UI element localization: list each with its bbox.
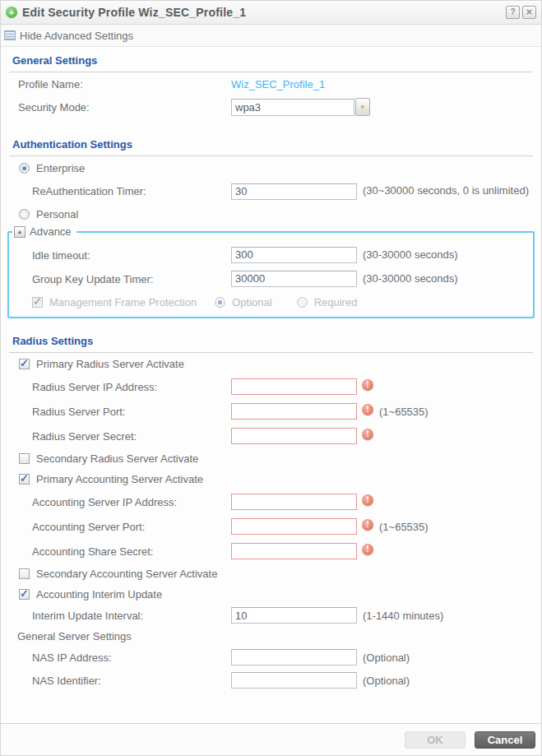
secondary-accounting-activate-row: Secondary Accounting Server Activate [1,564,541,584]
security-mode-selected-value: wpa3 [235,101,261,114]
enterprise-radio[interactable] [19,163,30,174]
idle-timeout-hint: (30-30000 seconds) [363,248,458,261]
personal-radio[interactable] [19,209,30,220]
hide-advanced-settings-label: Hide Advanced Settings [20,30,133,42]
personal-radio-row: Personal [1,202,541,225]
primary-radius-activate-row: Primary Radius Server Activate [1,353,541,374]
security-mode-select[interactable]: wpa3 ▼ [231,98,370,116]
group-key-timer-label: Group Key Update Timer: [32,272,153,285]
mfp-optional-radio [215,297,225,308]
group-key-timer-input[interactable] [231,271,357,287]
accounting-port-label: Accounting Server Port: [32,521,145,533]
enterprise-radio-row: Enterprise [1,156,541,179]
accounting-ip-input[interactable] [231,494,357,510]
dialog-footer: OK Cancel [1,723,541,755]
hide-advanced-settings-button[interactable]: Hide Advanced Settings [4,30,133,42]
accounting-interim-update-row: Accounting Interim Update [1,584,541,605]
mfp-optional-label: Optional [232,296,271,308]
management-frame-protection-label: Management Frame Protection [49,296,197,308]
primary-accounting-activate-checkbox[interactable] [19,474,30,485]
interim-update-interval-input[interactable] [231,607,357,624]
radius-port-label: Radius Server Port: [32,406,125,418]
radius-port-input[interactable] [231,403,357,420]
secondary-radius-activate-row: Secondary Radius Server Activate [1,448,541,469]
idle-timeout-input[interactable] [231,247,357,263]
dialog-content: General Settings Profile Name: Wiz_SEC_P… [1,48,541,723]
help-button[interactable]: ? [506,6,520,19]
collapse-advance-button[interactable]: ▲ [14,226,25,238]
reauth-timer-row: ReAuthentication Timer: (30~30000 second… [1,179,541,202]
dialog-titlebar: + Edit Security Profile Wiz_SEC_Profile_… [1,1,541,25]
security-mode-label: Security Mode: [18,101,90,114]
close-button[interactable]: ✕ [522,6,536,19]
authentication-settings-header: Authentication Settings [9,132,533,156]
group-key-timer-row: Group Key Update Timer: (30-30000 second… [9,267,533,290]
management-frame-protection-checkbox [32,297,43,308]
primary-radius-activate-label: Primary Radius Server Activate [36,358,184,370]
secondary-radius-activate-checkbox[interactable] [19,453,30,464]
accounting-port-input[interactable] [231,518,357,535]
secondary-accounting-activate-label: Secondary Accounting Server Activate [36,568,217,580]
dialog-toolbar: Hide Advanced Settings [1,25,541,47]
interim-update-interval-label: Interim Update Interval: [32,610,143,622]
accounting-port-hint: (1~65535) [379,521,429,533]
radius-ip-label: Radius Server IP Address: [32,381,157,393]
nas-identifier-label: NAS Identifier: [32,675,101,687]
idle-timeout-label: Idle timeout: [32,248,90,261]
accounting-secret-row: Accounting Share Secret: ! [1,539,541,564]
add-icon: + [6,7,17,18]
radius-ip-input[interactable] [231,378,357,395]
security-mode-row: Security Mode: wpa3 ▼ [1,95,541,118]
advance-legend: ▲ Advance [12,225,76,238]
personal-label: Personal [36,208,78,220]
error-icon: ! [362,494,373,506]
error-icon: ! [362,544,373,555]
interim-update-interval-hint: (1-1440 minutes) [363,610,443,622]
nas-ip-hint: (Optional) [363,652,410,664]
radius-settings-header: Radius Settings [9,328,533,353]
error-icon: ! [362,404,373,415]
advanced-settings-icon [4,30,16,40]
accounting-secret-label: Accounting Share Secret: [32,545,153,558]
radius-port-row: Radius Server Port: ! (1~65535) [1,399,541,424]
primary-accounting-activate-row: Primary Accounting Server Activate [1,469,541,489]
nas-identifier-input[interactable] [231,672,357,689]
reauth-timer-label: ReAuthentication Timer: [32,185,146,197]
reauth-timer-input[interactable] [231,183,357,200]
management-frame-protection-row: Management Frame Protection Optional Req… [9,290,533,313]
interim-update-interval-row: Interim Update Interval: (1-1440 minutes… [1,605,541,626]
nas-identifier-row: NAS Identifier: (Optional) [1,669,541,692]
mfp-required-radio [297,297,308,308]
cancel-button[interactable]: Cancel [475,731,535,749]
nas-ip-row: NAS IP Address: (Optional) [1,646,541,669]
general-server-settings-label: General Server Settings [1,626,541,646]
radius-secret-label: Radius Server Secret: [32,430,137,443]
primary-radius-activate-checkbox[interactable] [19,359,30,369]
radius-secret-input[interactable] [231,428,357,444]
accounting-port-row: Accounting Server Port: ! (1~65535) [1,514,541,539]
accounting-ip-row: Accounting Server IP Address: ! [1,489,541,514]
ok-button[interactable]: OK [405,731,466,749]
nas-ip-input[interactable] [231,649,357,666]
secondary-radius-activate-label: Secondary Radius Server Activate [36,452,198,465]
error-icon: ! [362,379,373,391]
chevron-down-icon[interactable]: ▼ [355,98,370,116]
radius-secret-row: Radius Server Secret: ! [1,424,541,448]
radius-ip-row: Radius Server IP Address: ! [1,374,541,399]
secondary-accounting-activate-checkbox[interactable] [19,568,30,579]
advance-fieldset: ▲ Advance Idle timeout: (30-30000 second… [7,231,535,318]
nas-identifier-hint: (Optional) [363,675,410,687]
enterprise-label: Enterprise [36,162,85,174]
edit-security-profile-dialog: + Edit Security Profile Wiz_SEC_Profile_… [0,0,542,756]
idle-timeout-row: Idle timeout: (30-30000 seconds) [9,243,533,267]
primary-accounting-activate-label: Primary Accounting Server Activate [36,473,203,485]
profile-name-row: Profile Name: Wiz_SEC_Profile_1 [1,72,541,95]
group-key-timer-hint: (30-30000 seconds) [363,272,458,285]
radius-port-hint: (1~65535) [379,406,429,418]
error-icon: ! [362,429,373,440]
accounting-interim-update-checkbox[interactable] [19,589,30,600]
accounting-secret-input[interactable] [231,543,357,559]
advance-legend-label: Advance [30,225,72,238]
accounting-interim-update-label: Accounting Interim Update [36,588,162,601]
profile-name-value: Wiz_SEC_Profile_1 [231,78,325,90]
